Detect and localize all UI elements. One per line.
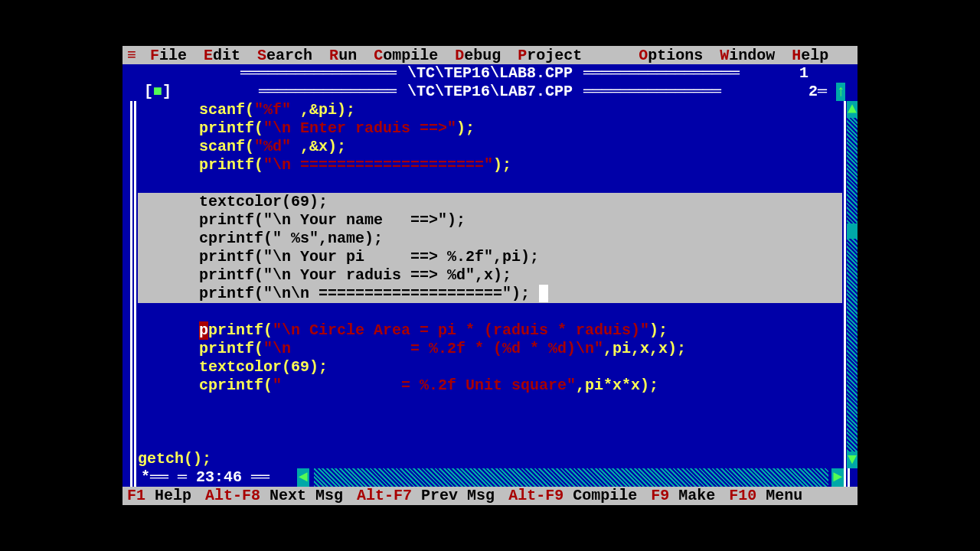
status-hint[interactable]: F1 Help — [127, 487, 191, 505]
breakpoint-icon[interactable]: p — [199, 321, 208, 340]
background-window-title[interactable]: ═════════════════ \TC\TEP16\LAB8.CPP ═══… — [122, 64, 858, 83]
menu-compile[interactable]: Compile — [374, 47, 438, 64]
text-cursor: _ — [539, 285, 548, 302]
scroll-thumb[interactable] — [847, 223, 858, 239]
status-bar: F1 HelpAlt-F8 Next MsgAlt-F7 Prev MsgAlt… — [122, 487, 858, 505]
code-line[interactable]: getch(); — [138, 450, 842, 468]
code-line[interactable]: printf("\n Your pi ==> %.2f",pi); — [138, 248, 842, 266]
horizontal-scrollbar[interactable] — [314, 468, 828, 487]
modified-indicator-icon: *══ — [141, 468, 168, 487]
window-bottom-frame: *══ ═ 23:46 ══ ◄ ► — [130, 468, 850, 487]
status-hint[interactable]: F10 Menu — [729, 487, 802, 505]
status-hint[interactable]: Alt-F8 Next Msg — [205, 487, 343, 505]
menu-file[interactable]: File — [150, 47, 187, 64]
status-hint[interactable]: F9 Make — [651, 487, 715, 505]
maximize-icon[interactable]: ↑ — [836, 83, 845, 101]
menu-run[interactable]: Run — [329, 47, 357, 64]
menu-edit[interactable]: Edit — [204, 47, 240, 64]
code-line[interactable] — [138, 303, 842, 321]
code-line[interactable]: printf("\n Your name ==>"); — [138, 211, 842, 230]
active-window-title[interactable]: [■] ═══════════════ \TC\TEP16\LAB7.CPP ═… — [122, 83, 858, 101]
menu-help[interactable]: Help — [792, 47, 828, 64]
status-hint[interactable]: Alt-F7 Prev Msg — [357, 487, 495, 505]
menu-debug[interactable]: Debug — [455, 47, 501, 64]
code-line[interactable]: textcolor(69); — [138, 358, 842, 377]
vertical-scrollbar[interactable]: ▲ ▼ — [847, 101, 858, 468]
window-number-2: 2═ — [808, 83, 827, 101]
close-box-icon[interactable]: [■] — [144, 83, 172, 101]
scroll-down-icon[interactable]: ▼ — [847, 452, 858, 468]
scroll-up-icon[interactable]: ▲ — [847, 101, 858, 118]
menu-search[interactable]: Search — [257, 47, 312, 64]
code-line[interactable]: pprintf("\n Circle Area = pi * (raduis *… — [138, 321, 842, 340]
code-line[interactable]: printf("\n Your raduis ==> %d",x); — [138, 266, 842, 285]
code-line[interactable]: printf("\n\n ===================="); _ — [138, 285, 842, 303]
code-line[interactable] — [138, 432, 842, 450]
window-area: ═════════════════ \TC\TEP16\LAB8.CPP ═══… — [122, 64, 858, 487]
code-line[interactable]: scanf("%d" ,&x); — [138, 138, 842, 156]
code-line[interactable]: scanf("%f" ,&pi); — [138, 101, 842, 119]
ide-root: ≡ FileEditSearchRunCompileDebugProjectOp… — [122, 46, 858, 505]
status-hint[interactable]: Alt-F9 Compile — [508, 487, 637, 505]
menu-project[interactable]: Project — [518, 47, 582, 64]
code-line[interactable] — [138, 413, 842, 432]
system-menu-icon[interactable]: ≡ — [127, 47, 135, 64]
menu-options[interactable]: Options — [639, 47, 703, 64]
window-number-1: 1 — [799, 64, 808, 83]
hscroll-left-icon[interactable]: ◄ — [297, 468, 309, 487]
code-line[interactable] — [138, 174, 842, 193]
menu-bar: ≡ FileEditSearchRunCompileDebugProjectOp… — [122, 46, 858, 64]
code-line[interactable]: textcolor(69); — [138, 193, 842, 211]
cursor-position: ═ 23:46 ══ — [178, 468, 270, 487]
menu-window[interactable]: Window — [720, 47, 775, 64]
code-line[interactable] — [138, 395, 842, 413]
code-line[interactable]: printf("\n ===================="); — [138, 156, 842, 174]
code-line[interactable]: printf("\n Enter raduis ==>"); — [138, 119, 842, 138]
code-editor[interactable]: scanf("%f" ,&pi);printf("\n Enter raduis… — [130, 101, 850, 468]
hscroll-right-icon[interactable]: ► — [831, 468, 844, 487]
code-line[interactable]: cprintf(" %s",name); — [138, 230, 842, 248]
code-line[interactable]: printf("\n = %.2f * (%d * %d)\n",pi,x,x)… — [138, 340, 842, 358]
code-line[interactable]: cprintf(" = %.2f Unit square",pi*x*x); — [138, 377, 842, 395]
